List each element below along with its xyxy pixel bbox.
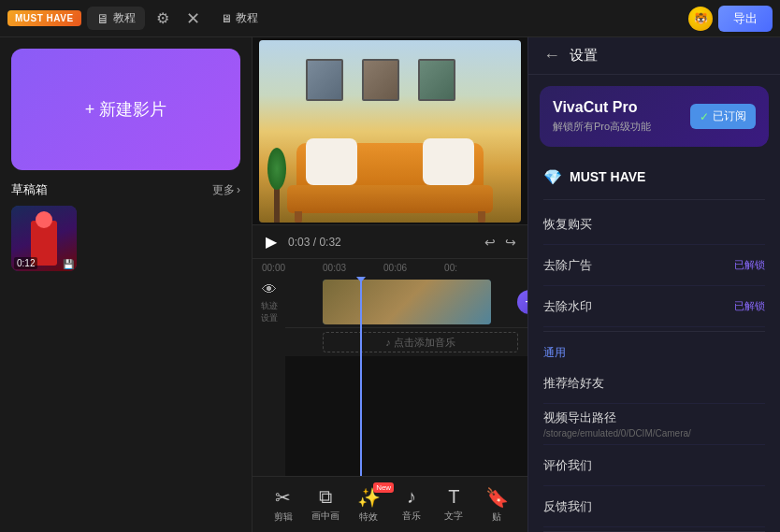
bottom-toolbar: ✂ 剪辑 ⧉ 画中画 ✨ New 特效 ♪ 音乐 T 文字 🔖 贴 (253, 476, 527, 532)
remove-ads-item[interactable]: 去除广告 已解锁 (543, 245, 765, 286)
monitor-icon-2: 🖥 (221, 12, 232, 25)
left-panel: + 新建影片 草稿箱 更多 › (0, 37, 253, 532)
new-badge: New (373, 482, 394, 493)
tool-music[interactable]: ♪ 音乐 (392, 486, 431, 523)
must-have-item[interactable]: 💎 MUST HAVE (543, 158, 765, 195)
sticker-icon: 🔖 (485, 486, 509, 509)
settings-panel: ← 设置 VivaCut Pro 解锁所有Pro高级功能 ✓ 已订阅 💎 MUS… (527, 37, 780, 532)
track-settings-button[interactable]: 👁 (262, 280, 277, 298)
must-have-badge[interactable]: MUST HAVE (7, 10, 81, 26)
tool-sticker[interactable]: 🔖 贴 (477, 486, 516, 524)
time-display: 0:03 / 0:32 (288, 236, 341, 249)
list-item[interactable]: 0:12 💾 (11, 206, 77, 271)
playhead[interactable] (360, 277, 362, 476)
remove-ads-label: 去除广告 (543, 257, 592, 274)
ruler-marks: 00:00 00:03 00:06 00: (262, 263, 457, 273)
chevron-right-icon: › (237, 183, 240, 196)
feedback-item[interactable]: 反馈我们 (543, 486, 765, 527)
export-path-item[interactable]: 视频导出路径 /storage/emulated/0/DCIM/Camera/ (543, 404, 765, 445)
divider-1 (543, 199, 765, 200)
undo-button[interactable]: ↩ (484, 235, 496, 250)
tool-music-label: 音乐 (402, 510, 421, 523)
music-icon: ♪ (407, 486, 416, 508)
main-content: + 新建影片 草稿箱 更多 › (0, 37, 780, 532)
remove-watermark-value: 已解锁 (734, 299, 765, 313)
gear-button[interactable]: ⚙ (151, 7, 175, 29)
add-clip-button[interactable]: + (517, 290, 527, 314)
save-icon: 💾 (63, 259, 74, 269)
track-settings-label: 轨迹设置 (261, 300, 278, 324)
remove-watermark-label: 去除水印 (543, 298, 592, 315)
sofa-cushion1 (306, 138, 357, 185)
settings-header: ← 设置 (528, 37, 780, 75)
sofa-scene (259, 40, 521, 223)
tracks-container: + ♪ 点击添加音乐 (285, 277, 527, 476)
video-track: + (285, 277, 527, 328)
audio-placeholder[interactable]: ♪ 点击添加音乐 (323, 332, 518, 352)
tab2-label: 教程 (236, 10, 258, 26)
tool-pip[interactable]: ⧉ 画中画 (306, 486, 345, 523)
restore-label: 恢复购买 (543, 216, 592, 233)
draft-header: 草稿箱 更多 › (11, 181, 240, 198)
text-icon: T (448, 486, 459, 508)
tab-tutorial-2[interactable]: 🖥 教程 (211, 7, 267, 30)
recommend-item[interactable]: 推荐给好友 (543, 363, 765, 404)
export-path-col: 视频导出路径 /storage/emulated/0/DCIM/Camera/ (543, 410, 691, 439)
play-button[interactable]: ▶ (264, 231, 279, 252)
coin-icon: 🐯 (688, 7, 713, 31)
tool-cut[interactable]: ✂ 剪辑 (264, 486, 303, 524)
remove-ads-value: 已解锁 (734, 258, 765, 272)
track-controls: 👁 轨迹设置 (253, 277, 285, 476)
draft-grid: 0:12 💾 (11, 206, 240, 271)
feedback-label: 反馈我们 (543, 498, 592, 515)
tab-tutorial-1[interactable]: 🖥 教程 (87, 7, 145, 30)
new-project-card[interactable]: + 新建影片 (11, 49, 240, 170)
settings-items-section: 💎 MUST HAVE 恢复购买 去除广告 已解锁 去除水印 已解锁 通用 (528, 158, 780, 532)
divider-2 (543, 331, 765, 332)
more-button[interactable]: 更多 › (212, 182, 240, 198)
wall-picture-3 (418, 59, 455, 101)
settings-title: 设置 (570, 47, 598, 65)
clip-thumbnail (323, 280, 491, 324)
pro-subtitle: 解锁所有Pro高级功能 (553, 120, 651, 134)
tab1-label: 教程 (113, 10, 136, 26)
new-project-label: + 新建影片 (85, 98, 167, 121)
recommend-label: 推荐给好友 (543, 375, 604, 392)
timeline-controls: ▶ 0:03 / 0:32 ↩ ↪ (253, 224, 527, 258)
sofa-leg-right (478, 211, 485, 223)
wall-picture-2 (362, 59, 399, 101)
draft-title: 草稿箱 (11, 181, 48, 198)
timeline-area: 👁 轨迹设置 + ♪ 点击添加音乐 (253, 277, 527, 476)
remove-watermark-item[interactable]: 去除水印 已解锁 (543, 286, 765, 327)
export-button[interactable]: 导出 (718, 6, 773, 32)
top-bar: MUST HAVE 🖥 教程 ⚙ ✕ 🖥 教程 🐯 导出 (0, 0, 780, 37)
tool-cut-label: 剪辑 (274, 510, 293, 524)
rate-us-item[interactable]: 评价我们 (543, 445, 765, 486)
tool-effects[interactable]: ✨ New 特效 (349, 486, 388, 524)
redo-button[interactable]: ↪ (505, 235, 516, 250)
monitor-icon: 🖥 (96, 11, 109, 26)
preview-area (253, 37, 527, 224)
tool-text[interactable]: T 文字 (434, 486, 473, 523)
subscribed-button[interactable]: ✓ 已订阅 (690, 104, 756, 129)
draft-duration: 0:12 (14, 257, 37, 269)
preview-image (259, 40, 521, 223)
video-clip[interactable] (323, 280, 491, 324)
audio-track: ♪ 点击添加音乐 (285, 328, 527, 356)
export-path-label: 视频导出路径 (543, 410, 691, 426)
scissors-icon: ✂ (275, 486, 291, 509)
pro-card[interactable]: VivaCut Pro 解锁所有Pro高级功能 ✓ 已订阅 (540, 86, 769, 147)
close-button[interactable]: ✕ (181, 7, 206, 31)
tool-text-label: 文字 (444, 510, 463, 523)
checkmark-icon: ✓ (700, 110, 709, 123)
back-button[interactable]: ← (543, 46, 560, 65)
center-panel: ▶ 0:03 / 0:32 ↩ ↪ 00:00 00:03 00:06 00: … (253, 37, 527, 532)
general-section-label: 通用 (543, 336, 765, 363)
restore-purchase-item[interactable]: 恢复购买 (543, 204, 765, 245)
sofa-seat (287, 185, 493, 213)
must-have-label: MUST HAVE (570, 169, 645, 184)
pro-info: VivaCut Pro 解锁所有Pro高级功能 (553, 99, 651, 134)
export-path-value: /storage/emulated/0/DCIM/Camera/ (543, 428, 691, 439)
wall-picture-1 (306, 59, 343, 101)
pro-name: VivaCut Pro (553, 99, 651, 116)
